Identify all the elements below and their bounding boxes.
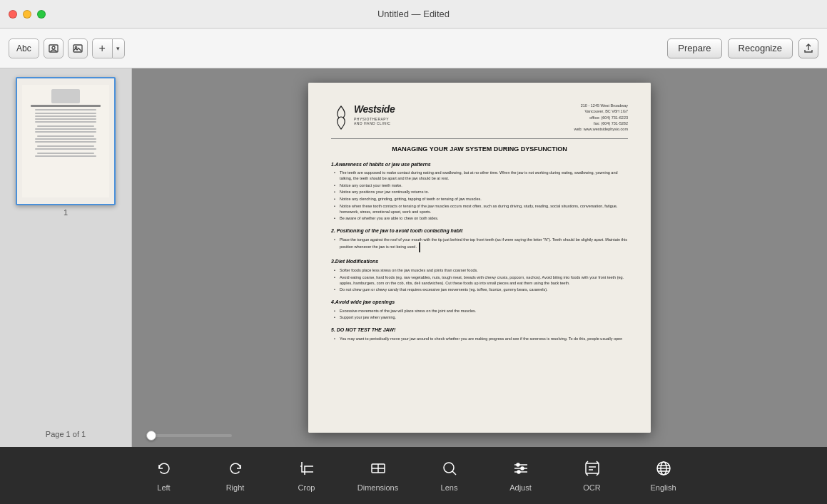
address-line2: Vancouver, BC V6H 1G7 bbox=[574, 108, 628, 114]
document-content: Westside PHYSIOTHERAPYAND HAND CLINIC 21… bbox=[308, 83, 651, 433]
address-web: web: www.westsidephysio.com bbox=[574, 126, 628, 132]
section2-bullet-1: Place the tongue against the roof of you… bbox=[340, 237, 628, 253]
svg-line-8 bbox=[452, 471, 456, 475]
section4-bullet-2: Support your jaw when yawning. bbox=[340, 315, 628, 321]
address-line1: 210 - 1245 West Broadway bbox=[574, 103, 628, 108]
section1-bullet-6: Be aware of whether you are able to chew… bbox=[340, 216, 628, 222]
svg-point-14 bbox=[517, 470, 520, 473]
lens-label: Lens bbox=[441, 483, 458, 492]
cursor bbox=[419, 242, 425, 252]
sidebar: 1 Page 1 of 1 bbox=[0, 68, 132, 447]
crop-button[interactable]: Crop bbox=[271, 451, 343, 500]
rotate-right-button[interactable]: Right bbox=[200, 451, 271, 500]
thumbnail-inner bbox=[22, 85, 109, 197]
add-dropdown-button[interactable]: ▾ bbox=[112, 38, 125, 58]
rotate-left-button[interactable]: Left bbox=[128, 451, 200, 500]
svg-point-7 bbox=[444, 463, 454, 473]
section1-bullet-4: Notice any clenching, grinding, gritting… bbox=[340, 197, 628, 202]
lens-icon bbox=[440, 459, 459, 480]
section4-title: 4.Avoid wide jaw openings bbox=[331, 299, 628, 306]
contact-icon-button[interactable] bbox=[44, 38, 64, 58]
minimize-button[interactable] bbox=[23, 10, 31, 19]
thumb-logo bbox=[51, 89, 80, 103]
section-1: 1.Awareness of habits or jaw use pattern… bbox=[331, 161, 628, 222]
rotate-right-icon bbox=[226, 459, 245, 480]
maximize-button[interactable] bbox=[37, 10, 46, 19]
bottom-toolbar: Left Right Crop bbox=[0, 447, 827, 504]
page-thumbnail[interactable]: 1 bbox=[9, 77, 123, 217]
adjust-icon bbox=[512, 459, 530, 480]
abc-button[interactable]: Abc bbox=[9, 38, 39, 58]
section1-bullet-2: Notice any contact your teeth make. bbox=[340, 183, 628, 189]
svg-point-1 bbox=[52, 46, 55, 49]
language-button[interactable]: English bbox=[628, 451, 699, 500]
page-info: Page 1 of 1 bbox=[46, 424, 86, 438]
language-icon bbox=[654, 459, 673, 480]
section1-bullet-3: Notice any positions your jaw continuall… bbox=[340, 190, 628, 195]
section5-title: 5. DO NOT TEST THE JAW! bbox=[331, 326, 628, 334]
image-icon-button[interactable] bbox=[68, 38, 88, 58]
recognize-button[interactable]: Recognize bbox=[728, 38, 793, 58]
svg-point-3 bbox=[75, 46, 76, 48]
lens-button[interactable]: Lens bbox=[414, 451, 485, 500]
section-4: 4.Avoid wide jaw openings Excessive move… bbox=[331, 299, 628, 321]
thumbnail-label: 1 bbox=[64, 208, 68, 217]
adjust-label: Adjust bbox=[509, 483, 532, 492]
document-page: Westside PHYSIOTHERAPYAND HAND CLINIC 21… bbox=[308, 83, 651, 433]
add-main-button[interactable]: + bbox=[92, 38, 112, 58]
doc-logo-text: Westside PHYSIOTHERAPYAND HAND CLINIC bbox=[354, 103, 395, 126]
toolbar: Abc + ▾ Prepare Recognize bbox=[0, 29, 827, 68]
doc-logo-main: Westside bbox=[354, 103, 395, 117]
svg-rect-15 bbox=[586, 463, 599, 473]
svg-point-13 bbox=[521, 467, 524, 470]
rotate-right-label: Right bbox=[226, 483, 245, 492]
doc-divider bbox=[331, 138, 628, 139]
window-controls bbox=[9, 10, 46, 19]
prepare-button[interactable]: Prepare bbox=[667, 38, 721, 58]
toolbar-right: Prepare Recognize bbox=[667, 38, 818, 58]
section1-bullet-1: The teeth are supposed to make contact d… bbox=[340, 170, 628, 181]
section3-title: 3.Diet Modifications bbox=[331, 258, 628, 265]
dimensions-button[interactable]: Dimensions bbox=[343, 451, 414, 500]
toolbar-left: Abc + ▾ bbox=[9, 38, 661, 58]
doc-logo-icon bbox=[331, 103, 351, 133]
adjust-button[interactable]: Adjust bbox=[485, 451, 557, 500]
rotate-left-icon bbox=[155, 459, 173, 480]
zoom-slider-track[interactable] bbox=[146, 434, 232, 437]
address-fax: fax: (604) 731-5282 bbox=[574, 120, 628, 126]
add-button-group: + ▾ bbox=[92, 38, 125, 58]
doc-logo-area: Westside PHYSIOTHERAPYAND HAND CLINIC bbox=[331, 103, 395, 133]
main-content: 1 Page 1 of 1 Westside bbox=[0, 68, 827, 447]
crop-icon bbox=[298, 459, 316, 480]
section-2: 2. Positioning of the jaw to avoid tooth… bbox=[331, 227, 628, 252]
zoom-slider-thumb[interactable] bbox=[146, 431, 156, 441]
thumbnail-frame bbox=[16, 77, 116, 205]
section3-bullet-1: Softer foods place less stress on the ja… bbox=[340, 268, 628, 274]
dimensions-icon bbox=[369, 459, 387, 480]
title-bar: Untitled — Edited bbox=[0, 0, 827, 29]
doc-logo-sub: PHYSIOTHERAPYAND HAND CLINIC bbox=[354, 117, 395, 126]
window-title: Untitled — Edited bbox=[377, 9, 450, 19]
address-phone: office: (604) 731-6223 bbox=[574, 115, 628, 120]
language-label: English bbox=[650, 483, 676, 492]
section3-bullet-2: Avoid eating coarse, hard foods (eg. raw… bbox=[340, 275, 628, 286]
doc-title: MANAGING YOUR JAW SYSTEM DURING DYSFUNCT… bbox=[331, 145, 628, 154]
doc-header: Westside PHYSIOTHERAPYAND HAND CLINIC 21… bbox=[331, 103, 628, 133]
ocr-icon bbox=[583, 459, 602, 480]
svg-point-12 bbox=[517, 463, 519, 466]
doc-address: 210 - 1245 West Broadway Vancouver, BC V… bbox=[574, 103, 628, 132]
section2-title: 2. Positioning of the jaw to avoid tooth… bbox=[331, 227, 628, 235]
crop-label: Crop bbox=[298, 483, 315, 492]
close-button[interactable] bbox=[9, 10, 17, 19]
zoom-slider-area bbox=[132, 424, 827, 447]
dimensions-label: Dimensions bbox=[357, 483, 398, 492]
rotate-left-label: Left bbox=[157, 483, 170, 492]
section1-title: 1.Awareness of habits or jaw use pattern… bbox=[331, 161, 628, 168]
ocr-button[interactable]: OCR bbox=[557, 451, 628, 500]
section3-bullet-3: Do not chew gum or chewy candy that requ… bbox=[340, 287, 628, 293]
section-5: 5. DO NOT TEST THE JAW! You may want to … bbox=[331, 326, 628, 341]
share-button[interactable] bbox=[798, 38, 818, 58]
section-3: 3.Diet Modifications Softer foods place … bbox=[331, 258, 628, 293]
section5-bullet-1: You may want to periodically move your j… bbox=[340, 336, 628, 342]
section4-bullet-1: Excessive movements of the jaw will plac… bbox=[340, 309, 628, 314]
